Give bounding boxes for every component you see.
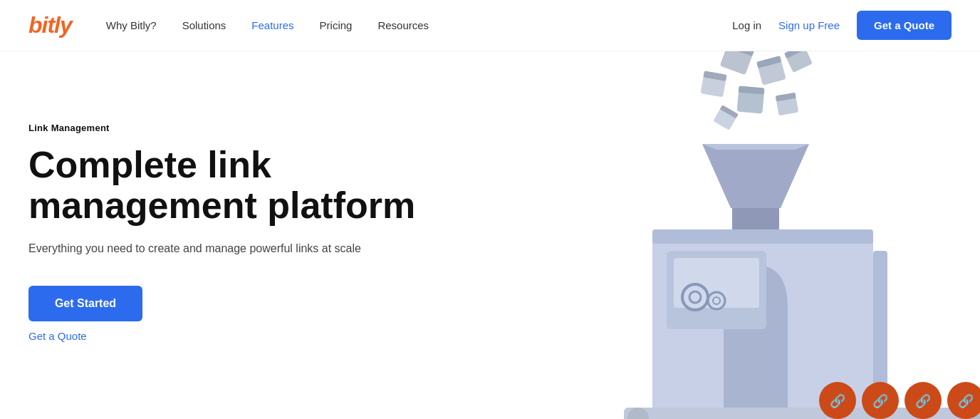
hero-cta-group: Get Started Get a Quote [28,286,490,342]
svg-rect-20 [674,258,759,308]
nav-links: Why Bitly? Solutions Features Pricing Re… [106,19,732,31]
get-quote-hero-link[interactable]: Get a Quote [28,330,87,342]
hero-section: Link Management Complete link management… [0,51,980,419]
nav-features[interactable]: Features [251,19,293,31]
nav-resources[interactable]: Resources [377,19,429,31]
signup-link[interactable]: Sign up Free [778,19,840,31]
login-link[interactable]: Log in [732,19,761,31]
navbar: bitly Why Bitly? Solutions Features Pric… [0,0,980,51]
svg-marker-14 [702,144,809,208]
svg-marker-15 [702,144,809,150]
svg-rect-25 [873,251,887,393]
hero-content: Link Management Complete link management… [28,94,490,342]
svg-text:🔗: 🔗 [830,393,846,409]
hero-title: Complete link management platform [28,145,427,226]
logo[interactable]: bitly [28,12,72,38]
svg-text:🔗: 🔗 [915,393,932,409]
logo-text: bitly [28,12,72,38]
svg-text:🔗: 🔗 [872,393,889,409]
get-quote-nav-button[interactable]: Get a Quote [857,11,952,40]
hero-eyebrow: Link Management [28,123,490,133]
get-started-button[interactable]: Get Started [28,286,142,321]
svg-text:🔗: 🔗 [958,393,974,409]
nav-pricing[interactable]: Pricing [320,19,353,31]
hero-subtitle: Everything you need to create and manage… [28,240,385,257]
svg-rect-16 [732,208,779,229]
nav-solutions[interactable]: Solutions [182,19,226,31]
nav-right: Log in Sign up Free Get a Quote [732,11,952,40]
hero-illustration: 🔗 🔗 🔗 🔗 🔗 [481,51,980,419]
svg-rect-18 [652,229,873,244]
nav-why-bitly[interactable]: Why Bitly? [106,19,157,31]
